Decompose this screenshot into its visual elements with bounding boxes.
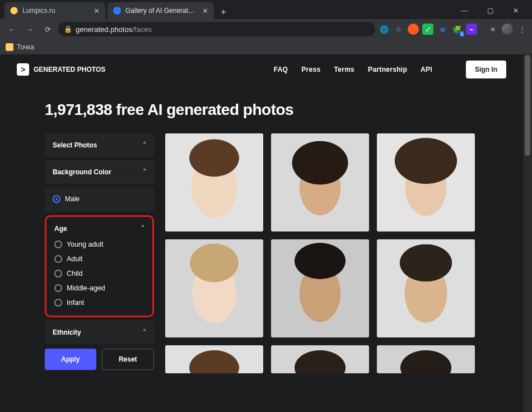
radio-icon — [54, 270, 62, 277]
bookmarks-bar: Точка — [0, 39, 532, 55]
filter-background-color[interactable]: Background Color ˄ — [45, 160, 154, 184]
nav-partnership[interactable]: Partnership — [368, 66, 407, 73]
gallery-photo[interactable] — [165, 345, 263, 373]
page-title: 1,971,838 free AI generated photos — [45, 101, 506, 119]
logo-icon: > — [17, 63, 29, 76]
filters-panel: Select Photos ˄ Background Color ˄ Male — [45, 133, 154, 370]
reading-list-icon[interactable]: ≡ — [487, 24, 498, 35]
gallery-photo[interactable] — [165, 239, 263, 337]
address-bar[interactable]: 🔒 generated.photos/faces — [58, 22, 375, 36]
radio-young-adult[interactable]: Young adult — [52, 237, 147, 252]
favicon-lumpics — [10, 7, 18, 15]
radio-icon — [54, 255, 62, 263]
gallery-photo[interactable] — [271, 239, 369, 337]
chevron-up-icon: ˄ — [143, 168, 146, 176]
filter-gender-group: Male — [45, 187, 154, 212]
radio-male[interactable]: Male — [53, 192, 146, 206]
reload-button[interactable]: ⟳ — [40, 22, 55, 36]
brand-text: GENERATED PHOTOS — [34, 66, 105, 73]
gallery-photo[interactable] — [377, 133, 475, 232]
browser-tabstrip: Lumpics.ru ✕ Gallery of AI Generated Fac… — [0, 0, 532, 19]
window-maximize-button[interactable]: ▢ — [477, 2, 503, 19]
new-tab-button[interactable]: ＋ — [216, 4, 231, 19]
gallery-photo[interactable] — [377, 239, 475, 337]
bookmark-favicon — [6, 43, 13, 51]
forward-button[interactable]: → — [22, 22, 37, 36]
extensions-button[interactable]: 🧩1 — [451, 24, 463, 35]
nav-terms[interactable]: Terms — [334, 66, 354, 73]
filter-ethnicity[interactable]: Ethnicity ˄ — [45, 321, 154, 344]
nav-api[interactable]: API — [421, 66, 432, 73]
radio-icon — [54, 240, 62, 248]
close-icon[interactable]: ✕ — [202, 7, 208, 15]
tab-generated-photos[interactable]: Gallery of AI Generated Faces | G… ✕ — [108, 2, 214, 19]
url-text: generated.photos/faces — [76, 25, 152, 34]
gallery-photo[interactable] — [271, 345, 369, 373]
filter-select-photos[interactable]: Select Photos ˄ — [45, 133, 154, 157]
gallery-photo[interactable] — [377, 345, 475, 373]
bookmark-item[interactable]: Точка — [17, 43, 34, 51]
tab-title: Lumpics.ru — [22, 7, 89, 15]
brand-logo[interactable]: > GENERATED PHOTOS — [17, 63, 105, 76]
tab-title: Gallery of AI Generated Faces | G… — [125, 7, 198, 15]
browser-toolbar: ← → ⟳ 🔒 generated.photos/faces 🌐 ☆ ✓ ⊕ 🧩… — [0, 19, 532, 39]
nav-press[interactable]: Press — [301, 66, 320, 73]
page-header: > GENERATED PHOTOS FAQ Press Terms Partn… — [0, 55, 523, 84]
window-minimize-button[interactable]: ― — [451, 2, 477, 19]
gallery-photo[interactable] — [271, 133, 369, 232]
back-button[interactable]: ← — [4, 22, 19, 36]
chevron-down-icon: ˅ — [141, 225, 144, 233]
window-close-button[interactable]: ✕ — [503, 2, 529, 19]
filter-age-group-highlight: Age ˅ Young adult Adult — [45, 215, 154, 317]
reset-button[interactable]: Reset — [102, 349, 155, 370]
photo-gallery — [165, 133, 475, 373]
favicon-generated — [113, 7, 121, 15]
radio-infant[interactable]: Infant — [52, 295, 147, 310]
nav-faq[interactable]: FAQ — [274, 66, 288, 73]
extension-orange-icon[interactable] — [408, 24, 419, 35]
extension-globe-icon[interactable]: ⊕ — [437, 24, 448, 35]
tab-lumpics[interactable]: Lumpics.ru ✕ — [4, 2, 105, 19]
radio-icon — [54, 284, 62, 292]
radio-icon — [53, 195, 60, 203]
gallery-photo[interactable] — [165, 133, 263, 232]
filter-age-header[interactable]: Age ˅ — [52, 220, 147, 237]
extension-purple-icon[interactable]: ⌁ — [466, 24, 477, 35]
chevron-up-icon: ˄ — [143, 141, 146, 149]
radio-middle-aged[interactable]: Middle-aged — [52, 281, 147, 295]
profile-avatar[interactable] — [502, 24, 513, 35]
chevron-up-icon: ˄ — [143, 328, 146, 336]
lock-icon: 🔒 — [64, 25, 72, 33]
radio-child[interactable]: Child — [52, 266, 147, 281]
translate-icon[interactable]: 🌐 — [379, 24, 390, 35]
vertical-scrollbar[interactable] — [523, 55, 532, 412]
bookmark-star-icon[interactable]: ☆ — [393, 24, 404, 35]
browser-menu-button[interactable]: ⋮ — [516, 24, 528, 35]
sign-in-button[interactable]: Sign In — [466, 61, 506, 78]
extension-check-icon[interactable]: ✓ — [422, 24, 433, 35]
radio-adult[interactable]: Adult — [52, 252, 147, 266]
radio-icon — [54, 299, 62, 307]
apply-button[interactable]: Apply — [45, 349, 96, 370]
close-icon[interactable]: ✕ — [94, 7, 100, 15]
